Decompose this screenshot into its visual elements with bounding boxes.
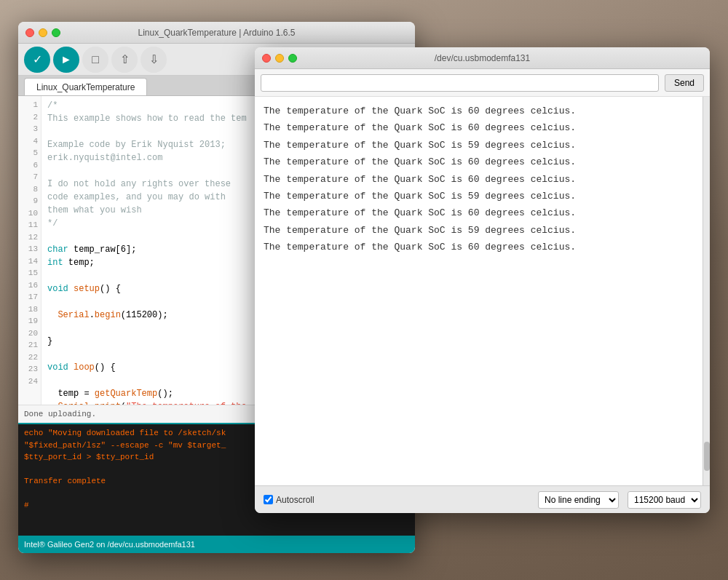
serial-monitor-window: /dev/cu.usbmodemfa131 Send The temperatu… [255, 47, 710, 513]
arduino-titlebar: Linux_QuarkTemperature | Arduino 1.6.5 [18, 22, 415, 44]
line-ending-select[interactable]: No line ending Newline Carriage return B… [538, 491, 619, 509]
serial-input-area: Send [255, 69, 710, 97]
serial-traffic-lights [262, 54, 297, 63]
traffic-lights [25, 28, 60, 37]
arduino-window-title: Linux_QuarkTemperature | Arduino 1.6.5 [18, 28, 415, 38]
serial-output-line: The temperature of the Quark SoC is 60 d… [264, 154, 694, 170]
serial-output-line: The temperature of the Quark SoC is 60 d… [264, 171, 694, 188]
maximize-button[interactable] [52, 28, 60, 37]
serial-titlebar: /dev/cu.usbmodemfa131 [255, 47, 710, 69]
serial-output-line: The temperature of the Quark SoC is 60 d… [264, 119, 694, 136]
serial-output-line: The temperature of the Quark SoC is 60 d… [264, 204, 694, 221]
serial-output-line: The temperature of the Quark SoC is 60 d… [264, 239, 694, 255]
autoscroll-checkbox[interactable] [264, 495, 273, 504]
serial-output-line: The temperature of the Quark SoC is 59 d… [264, 137, 694, 154]
save-button[interactable]: ⇩ [141, 47, 167, 73]
tab-linux-quark[interactable]: Linux_QuarkTemperature [24, 78, 147, 95]
new-button[interactable]: □ [82, 47, 108, 73]
baud-rate-select[interactable]: 300 baud 1200 baud 2400 baud 4800 baud 9… [628, 491, 701, 509]
serial-scrollbar[interactable] [703, 97, 710, 485]
serial-output-line: The temperature of the Quark SoC is 60 d… [264, 103, 694, 119]
serial-window-title: /dev/cu.usbmodemfa131 [255, 53, 710, 63]
serial-maximize-button[interactable] [288, 54, 297, 63]
arduino-status-bar: Intel® Galileo Gen2 on /dev/cu.usbmodemf… [18, 536, 415, 553]
serial-close-button[interactable] [262, 54, 271, 63]
autoscroll-label: Autoscroll [264, 495, 314, 505]
status-text: Intel® Galileo Gen2 on /dev/cu.usbmodemf… [24, 540, 195, 549]
scrollbar-thumb[interactable] [704, 442, 710, 471]
verify-button[interactable]: ✓ [24, 47, 50, 73]
serial-body: The temperature of the Quark SoC is 60 d… [255, 97, 710, 485]
serial-output-line: The temperature of the Quark SoC is 59 d… [264, 188, 694, 204]
serial-output-line: The temperature of the Quark SoC is 59 d… [264, 222, 694, 239]
close-button[interactable] [25, 28, 34, 37]
serial-output: The temperature of the Quark SoC is 60 d… [255, 97, 703, 485]
minimize-button[interactable] [39, 28, 47, 37]
open-button[interactable]: ⇧ [111, 47, 138, 73]
serial-send-button[interactable]: Send [665, 74, 704, 92]
serial-input[interactable] [261, 74, 659, 92]
upload-button[interactable]: ► [53, 47, 79, 73]
serial-minimize-button[interactable] [275, 54, 284, 63]
line-numbers: 12345 678910 1112131415 1617181920 21222… [18, 96, 41, 405]
serial-footer: Autoscroll No line ending Newline Carria… [255, 485, 710, 513]
